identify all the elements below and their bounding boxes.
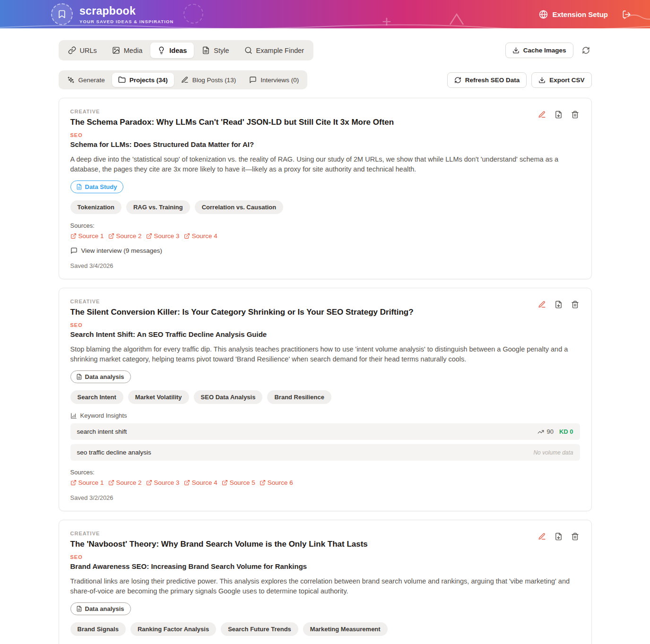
source-list: Source 1 Source 2 Source 3 Source 4 Sour… [70, 479, 580, 486]
keyword-term: seo traffic decline analysis [77, 449, 151, 456]
main-tab-bar: URLs Media Ideas Style Example Finder [59, 40, 314, 60]
extension-setup-button[interactable]: Extension Setup [539, 10, 608, 19]
bookmark-icon [57, 9, 67, 19]
cache-images-button[interactable]: Cache Images [505, 43, 573, 58]
export-csv-button[interactable]: Export CSV [531, 72, 591, 88]
card-subtitle: Schema for LLMs: Does Structured Data Ma… [70, 140, 394, 148]
tab-ideas[interactable]: Ideas [150, 43, 194, 58]
trending-up-icon [537, 429, 544, 435]
export-file-icon[interactable] [554, 110, 563, 120]
keyword-volume: 90 [546, 428, 553, 435]
badge-label: Data Study [85, 183, 117, 190]
sources-label: Sources: [70, 222, 580, 229]
view-interview-link[interactable]: View interview (9 messages) [70, 247, 580, 254]
download-icon [538, 77, 546, 84]
refresh-icon[interactable] [580, 44, 592, 56]
source-label: Source 4 [192, 232, 217, 240]
content-type-badge[interactable]: Data analysis [70, 602, 131, 615]
keyword-row: seo traffic decline analysis No volume d… [70, 444, 580, 461]
tag: Market Volatility [128, 390, 189, 404]
card-kicker: CREATIVE [70, 299, 414, 304]
card-subtitle: Search Intent Shift: An SEO Traffic Decl… [70, 330, 414, 338]
tag: Brand Signals [70, 622, 126, 636]
source-link[interactable]: Source 4 [184, 232, 217, 240]
source-label: Source 6 [268, 479, 293, 486]
source-label: Source 1 [78, 232, 104, 240]
view-interview-label: View interview (9 messages) [81, 247, 163, 254]
tab-label: Style [214, 47, 229, 54]
edit-icon[interactable] [537, 300, 547, 309]
idea-card: CREATIVE The 'Navboost' Theory: Why Bran… [59, 520, 592, 644]
tag: Tokenization [70, 200, 121, 214]
source-link[interactable]: Source 4 [184, 479, 217, 486]
logout-icon[interactable] [622, 10, 631, 19]
idea-card: CREATIVE The Schema Paradox: Why LLMs Ca… [59, 98, 592, 279]
card-title: The Silent Conversion Killer: Is Your Ca… [70, 308, 414, 317]
refresh-seo-data-label: Refresh SEO Data [465, 77, 520, 84]
content-type-badge[interactable]: Data analysis [70, 370, 131, 383]
source-label: Source 5 [230, 479, 255, 486]
globe-icon [539, 10, 548, 19]
card-description: A deep dive into the 'statistical soup' … [70, 155, 580, 174]
app-logo [51, 3, 73, 25]
external-link-icon [146, 480, 152, 486]
export-file-icon[interactable] [554, 300, 563, 309]
card-seo-label: SEO [70, 554, 368, 560]
edit-icon[interactable] [537, 532, 547, 541]
app-header: + scrapbook YOUR SAVED IDEAS & INSPIRATI… [0, 0, 650, 28]
subtab-projects[interactable]: Projects (34) [112, 73, 174, 87]
document-icon [76, 374, 82, 380]
tab-urls[interactable]: URLs [61, 43, 104, 58]
tag-list: Tokenization RAG vs. Training Correlatio… [70, 200, 580, 214]
tag: Correlation vs. Causation [195, 200, 283, 214]
tab-label: Ideas [169, 47, 187, 54]
delete-icon[interactable] [570, 110, 580, 120]
source-link[interactable]: Source 1 [70, 479, 104, 486]
badge-label: Data analysis [85, 605, 124, 612]
source-link[interactable]: Source 6 [260, 479, 293, 486]
tag: RAG vs. Training [126, 200, 190, 214]
tag: SEO Data Analysis [194, 390, 263, 404]
sources-label: Sources: [70, 469, 580, 476]
tab-media[interactable]: Media [105, 43, 150, 58]
tag: Search Future Trends [221, 622, 298, 636]
saved-date: Saved 3/2/2026 [70, 494, 580, 501]
external-link-icon [146, 233, 152, 239]
source-link[interactable]: Source 3 [146, 479, 180, 486]
tab-example-finder[interactable]: Example Finder [237, 43, 312, 58]
delete-icon[interactable] [570, 532, 580, 541]
export-file-icon[interactable] [554, 532, 563, 541]
tag: Brand Resilience [267, 390, 331, 404]
external-link-icon [222, 480, 228, 486]
card-subtitle: Brand Awareness SEO: Increasing Brand Se… [70, 562, 368, 570]
search-icon [244, 46, 252, 54]
subtab-blog-posts[interactable]: Blog Posts (13) [175, 73, 242, 87]
external-link-icon [70, 480, 77, 486]
source-link[interactable]: Source 3 [146, 232, 180, 240]
tab-label: Example Finder [256, 47, 304, 54]
document-icon [76, 184, 82, 190]
refresh-seo-data-button[interactable]: Refresh SEO Data [447, 72, 527, 88]
source-link[interactable]: Source 5 [222, 479, 255, 486]
source-label: Source 2 [116, 232, 142, 240]
tab-style[interactable]: Style [195, 43, 236, 58]
card-kicker: CREATIVE [70, 109, 394, 114]
external-link-icon [184, 233, 190, 239]
subtab-label: Blog Posts (13) [192, 77, 236, 84]
extension-setup-label: Extension Setup [552, 10, 608, 18]
keyword-row: search intent shift 90 KD 0 [70, 423, 580, 440]
source-link[interactable]: Source 1 [70, 232, 104, 240]
content-type-badge[interactable]: Data Study [70, 180, 124, 193]
card-title: The 'Navboost' Theory: Why Brand Search … [70, 540, 368, 549]
subtab-interviews[interactable]: Interviews (0) [243, 73, 305, 87]
source-label: Source 3 [154, 232, 180, 240]
source-link[interactable]: Source 2 [108, 232, 142, 240]
edit-icon[interactable] [537, 110, 547, 120]
keyword-insights-text: Keyword Insights [80, 412, 127, 419]
delete-icon[interactable] [570, 300, 580, 309]
no-volume-note: No volume data [533, 449, 573, 456]
subtab-generate[interactable]: Generate [61, 73, 111, 87]
external-link-icon [108, 480, 114, 486]
source-label: Source 3 [154, 479, 180, 486]
source-link[interactable]: Source 2 [108, 479, 142, 486]
